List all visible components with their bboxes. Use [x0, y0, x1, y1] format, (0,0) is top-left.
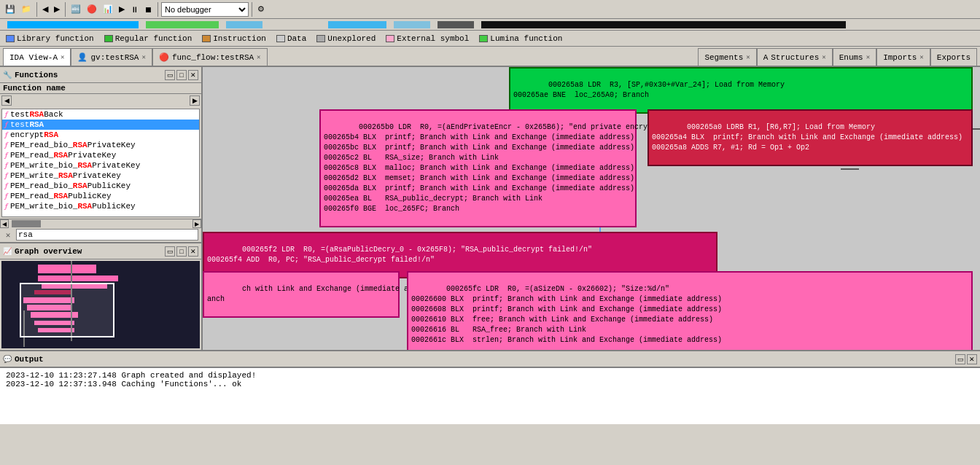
tab-close-segments[interactable]: ✕: [746, 53, 750, 61]
asm-dark-3: 000265a8 ADDS R7, #1; Rd = Op1 + Op2: [652, 144, 809, 152]
fwd-btn[interactable]: ▶: [52, 3, 62, 15]
tab-imports[interactable]: Imports ✕: [876, 48, 930, 66]
scrollbar-thumb7[interactable]: [481, 21, 846, 28]
legend-color-instruction: [202, 35, 211, 42]
func-name-2: encryptRSA: [10, 130, 58, 139]
func-item-8[interactable]: 𝑓 PEM_read_RSAPublicKey: [2, 191, 199, 201]
function-name-col: Function name: [3, 84, 66, 93]
tab-gv-testrsa[interactable]: 👤 gv:testRSA ✕: [71, 48, 152, 66]
legend-lumina: Lumina function: [479, 34, 562, 43]
tab-label-ida: IDA View-A: [9, 53, 58, 62]
output-restore-btn[interactable]: ▭: [955, 354, 965, 364]
scrollbar-thumb[interactable]: [7, 21, 139, 28]
func-item-9[interactable]: 𝑓 PEM_write_bio_RSAPublicKey: [2, 201, 199, 211]
functions-restore-btn[interactable]: ▭: [165, 70, 175, 80]
tab-close-ida[interactable]: ✕: [61, 53, 64, 61]
scroll-right-btn[interactable]: ▶: [190, 95, 200, 106]
tab-structures[interactable]: A Structures ✕: [757, 48, 833, 66]
func-icon-5: 𝑓: [5, 162, 7, 170]
func-item-2[interactable]: 𝑓 encryptRSA: [2, 130, 199, 140]
asm-bot-1: 000265fc LDR R0, =(aSizeDN - 0x26602); "…: [446, 285, 669, 293]
func-item-1[interactable]: 𝑓 testRSA: [2, 120, 199, 130]
sep4: [252, 2, 252, 17]
func-icon-6: 𝑓: [5, 172, 7, 180]
asm-line-green-2: 000265ae BNE loc_265A0; Branch: [513, 91, 649, 99]
tab-segments[interactable]: Segments ✕: [698, 48, 756, 66]
hscroll-thumb[interactable]: [12, 220, 41, 227]
back-btn[interactable]: ◀: [40, 3, 50, 15]
scroll-left-btn[interactable]: ◀: [1, 95, 12, 106]
functions-panel: 🔧 Functions ▭ □ ✕ Function name ◀ ▶ 𝑓 te…: [0, 67, 203, 350]
hscroll-track[interactable]: [9, 219, 192, 227]
stop-btn[interactable]: ⏹: [142, 4, 155, 15]
pause-btn[interactable]: ⏸: [128, 4, 141, 15]
output-close-btn[interactable]: ✕: [967, 354, 977, 364]
legend-data: Data: [276, 34, 306, 43]
asm-bot-3: 00026608 BLX printf; Branch with Link an…: [411, 305, 722, 313]
tab-close-enums[interactable]: ✕: [866, 53, 870, 61]
graph-restore-btn[interactable]: ▭: [165, 246, 175, 257]
asm-block-pink-main: 000265b0 LDR R0, =(aEndPrivateEncr - 0x2…: [319, 109, 637, 227]
graph-view[interactable]: 000265a8 LDR R3, [SP,#0x30+#Var_24]; Loa…: [203, 67, 980, 350]
functions-close-btn[interactable]: ✕: [188, 70, 198, 80]
run-btn[interactable]: ▶: [117, 3, 127, 15]
legend-bar: Library function Regular function Instru…: [0, 31, 980, 47]
output-line-1: 2023-12-10 11:23:27.148 Graph created an…: [6, 371, 974, 380]
tab-close-gv[interactable]: ✕: [141, 53, 145, 61]
tab-close-structures[interactable]: ✕: [822, 53, 825, 61]
graph-close-btn[interactable]: ✕: [188, 246, 198, 257]
legend-label-unexplored: Unexplored: [327, 34, 376, 43]
tab-func-flow[interactable]: 🔴 func_flow:testRSA ✕: [152, 48, 268, 66]
functions-icon: 🔧: [3, 71, 12, 79]
debugger-select[interactable]: No debugger: [161, 2, 249, 17]
graph-viewport[interactable]: [20, 283, 114, 337]
functions-max-btn[interactable]: □: [176, 70, 187, 80]
graph-max-btn[interactable]: □: [176, 246, 187, 257]
func-item-0[interactable]: 𝑓 testRSABack: [2, 109, 199, 120]
output-title-row: 💬 Output: [3, 355, 44, 364]
func-name-1: testRSA: [10, 120, 44, 129]
func-icon-7: 𝑓: [5, 182, 7, 190]
scrollbar-thumb3[interactable]: [226, 21, 262, 28]
scrollbar-thumb4[interactable]: [328, 21, 386, 28]
asm-pink-6: 000265d2 BLX memset; Branch with Link an…: [324, 174, 634, 182]
asm-pink-4: 000265c2 BL RSA_size; Branch with Link: [324, 154, 499, 162]
scrollbar-thumb2[interactable]: [146, 21, 219, 28]
tab-enums[interactable]: Enums ✕: [833, 48, 876, 66]
scrollbar-thumb6[interactable]: [438, 21, 474, 28]
func-item-3[interactable]: 𝑓 PEM_read_bio_RSAPrivateKey: [2, 140, 199, 150]
search-input[interactable]: [16, 229, 198, 241]
func-item-7[interactable]: 𝑓 PEM_read_bio_RSAPublicKey: [2, 181, 199, 191]
tab-exports[interactable]: Exports: [930, 48, 977, 66]
right-tabs: Segments ✕ A Structures ✕ Enums ✕ Import…: [698, 48, 977, 66]
asm-pink-9: 000265f0 BGE loc_265FC; Branch: [324, 205, 459, 213]
tab-label-enums: Enums: [839, 53, 863, 62]
asm-bot-4: 00026610 BLX free; Branch with Link and …: [411, 316, 713, 324]
function-list[interactable]: 𝑓 testRSABack 𝑓 testRSA 𝑓 encryptRSA 𝑓 P…: [1, 109, 200, 217]
tab-label-segments: Segments: [704, 53, 743, 62]
top-scrollbar[interactable]: [0, 19, 980, 31]
func-name-7: PEM_read_bio_RSAPublicKey: [10, 181, 131, 190]
graph-btn[interactable]: 📊: [101, 3, 115, 15]
func-item-6[interactable]: 𝑓 PEM_write_RSAPrivateKey: [2, 171, 199, 181]
asm-block-pink-left-partial: ch with Link and Exchange (immediate add…: [203, 271, 400, 318]
asm-bot-6: 0002661c BLX strlen; Branch with Link an…: [411, 336, 722, 344]
func-item-4[interactable]: 𝑓 PEM_read_RSAPrivateKey: [2, 150, 199, 160]
tab-close-imports[interactable]: ✕: [919, 53, 923, 61]
tab-close-func[interactable]: ✕: [257, 53, 260, 61]
settings-btn[interactable]: ⚙: [255, 3, 267, 15]
legend-label-lumina: Lumina function: [490, 34, 562, 43]
func-item-5[interactable]: 𝑓 PEM_write_bio_RSAPrivateKey: [2, 160, 199, 171]
select-btn[interactable]: 🔤: [69, 3, 83, 15]
color-btn[interactable]: 🔴: [85, 3, 99, 15]
tab-ida-view-a[interactable]: IDA View-A ✕: [3, 48, 71, 66]
func-icon-8: 𝑓: [5, 192, 7, 200]
open-btn[interactable]: 📁: [19, 3, 34, 15]
function-hscroll[interactable]: ◀ ▶: [0, 219, 201, 227]
new-btn[interactable]: 💾: [3, 3, 18, 15]
scrollbar-thumb5[interactable]: [394, 21, 430, 28]
graph-canvas: 000265a8 LDR R3, [SP,#0x30+#Var_24]; Loa…: [203, 67, 980, 350]
func-icon-4: 𝑓: [5, 152, 7, 160]
graph-overview-canvas[interactable]: [1, 261, 200, 348]
legend-color-data: [276, 35, 285, 42]
